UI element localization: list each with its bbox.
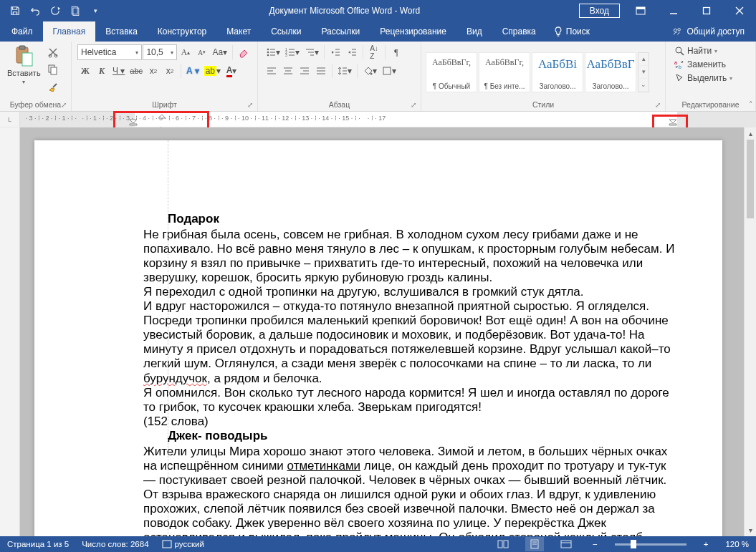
style-nospacing[interactable]: АаБбВвГг,¶ Без инте... (479, 52, 530, 92)
signin-button[interactable]: Вход (579, 4, 620, 18)
align-left-button[interactable] (264, 63, 279, 79)
styles-gallery-scroll[interactable]: ▴▾⌄ (638, 52, 649, 92)
scroll-thumb[interactable] (747, 140, 754, 218)
show-marks-button[interactable]: ¶ (388, 44, 404, 60)
close-icon[interactable] (723, 0, 756, 21)
minimize-icon[interactable] (657, 0, 690, 21)
scroll-up-icon[interactable]: ▴ (745, 127, 756, 140)
sort-button[interactable]: A↓Z (366, 44, 382, 60)
justify-button[interactable] (313, 63, 329, 79)
font-size-combo[interactable]: 10,5▾ (143, 44, 176, 60)
italic-button[interactable]: К (94, 63, 110, 79)
document-page[interactable]: Подарок Не грибная была осень, совсем не… (34, 140, 722, 536)
clipboard-dialog-launcher[interactable]: ⤢ (61, 101, 67, 109)
tab-insert[interactable]: Вставка (95, 21, 148, 42)
change-case-button[interactable]: Aa▾ (211, 44, 229, 60)
status-language[interactable]: русский (162, 540, 204, 548)
qat-dropdown-icon[interactable]: ▾ (86, 2, 105, 19)
tab-help[interactable]: Справка (492, 21, 546, 42)
tab-design[interactable]: Конструктор (148, 21, 216, 42)
numbering-button[interactable]: 123▾ (283, 44, 302, 60)
tab-view[interactable]: Вид (456, 21, 492, 42)
font-dialog-launcher[interactable]: ⤢ (247, 101, 253, 109)
cut-button[interactable] (45, 44, 61, 60)
tab-review[interactable]: Рецензирование (370, 21, 456, 42)
strike-button[interactable]: abc (128, 63, 145, 79)
outdent-icon (330, 47, 340, 57)
paste-button[interactable]: Вставить ▾ (4, 43, 44, 87)
text-effects-button[interactable]: A ▾ (184, 63, 201, 79)
view-read-button[interactable] (494, 537, 512, 551)
align-right-button[interactable] (297, 63, 312, 79)
decrease-indent-button[interactable] (327, 44, 343, 60)
tab-file[interactable]: Файл (1, 21, 43, 42)
tell-me-search[interactable]: Поиск (546, 21, 597, 42)
vertical-scrollbar[interactable]: ▴ ▾ (744, 127, 756, 536)
font-color-button[interactable]: A ▾ (224, 63, 239, 79)
doc-paragraph: Я переходил с одной тропинки на другую, … (143, 285, 679, 299)
collapse-ribbon-icon[interactable]: ˄ (749, 100, 753, 110)
tab-selector[interactable]: L (0, 112, 20, 127)
decrease-font-button[interactable]: A▾ (194, 44, 210, 60)
left-indent-marker[interactable] (129, 119, 138, 126)
format-painter-button[interactable] (45, 79, 61, 95)
clear-format-button[interactable] (236, 44, 252, 60)
tab-references[interactable]: Ссылки (261, 21, 311, 42)
bullets-button[interactable]: ▾ (264, 44, 282, 60)
zoom-out-button[interactable]: − (588, 540, 602, 548)
horizontal-ruler[interactable]: · 3 · ⁞ · 2 · ⁞ · 1 · ⁞ · · ⁞ · 1 · ⁞ · … (20, 112, 756, 127)
copy-button[interactable] (45, 62, 61, 77)
zoom-knob[interactable] (631, 540, 636, 548)
style-normal[interactable]: АаБбВвГг,¶ Обычный (426, 52, 477, 92)
new-doc-icon[interactable] (66, 2, 85, 19)
right-indent-marker[interactable] (669, 119, 677, 126)
view-web-button[interactable] (557, 537, 575, 551)
styles-dialog-launcher[interactable]: ⤢ (655, 101, 661, 109)
document-area: Подарок Не грибная была осень, совсем не… (0, 127, 756, 536)
underline-button[interactable]: Ч ▾ (110, 63, 127, 79)
increase-font-button[interactable]: A▴ (178, 44, 193, 60)
status-page[interactable]: Страница 1 из 5 (7, 540, 69, 548)
font-name-combo[interactable]: Helvetica▾ (77, 44, 142, 60)
select-button[interactable]: Выделить ▾ (671, 72, 735, 84)
subscript-button[interactable]: x2 (145, 63, 161, 79)
borders-button[interactable]: ▾ (380, 63, 398, 79)
increase-indent-button[interactable] (344, 44, 360, 60)
maximize-icon[interactable] (690, 0, 723, 21)
view-print-button[interactable] (525, 537, 544, 551)
style-heading2[interactable]: АаБбВвГЗаголово... (585, 52, 636, 92)
paragraph-dialog-launcher[interactable]: ⤢ (411, 101, 416, 109)
style-heading1[interactable]: АаБбВіЗаголово... (532, 52, 583, 92)
zoom-level[interactable]: 120 % (725, 540, 749, 548)
tab-layout[interactable]: Макет (216, 21, 261, 42)
undo-icon[interactable] (26, 2, 44, 19)
document-scroll[interactable]: Подарок Не грибная была осень, совсем не… (20, 127, 744, 536)
bullets-icon (266, 47, 276, 57)
align-center-button[interactable] (280, 63, 296, 79)
zoom-in-button[interactable]: + (699, 540, 713, 548)
ribbon: Вставить ▾ Буфер обмена⤢ Helvetica▾ 10,5… (0, 42, 756, 112)
ruler-area: L · 3 · ⁞ · 2 · ⁞ · 1 · ⁞ · · ⁞ · 1 · ⁞ … (0, 112, 756, 127)
replace-button[interactable]: abЗаменить (671, 59, 735, 70)
redo-icon[interactable] (46, 2, 64, 19)
ribbon-options-icon[interactable] (624, 0, 657, 21)
zoom-slider[interactable] (615, 543, 686, 546)
superscript-button[interactable]: x2 (162, 63, 178, 79)
tab-home[interactable]: Главная (43, 21, 96, 42)
bold-button[interactable]: Ж (77, 63, 93, 79)
highlight-button[interactable]: ab▾ (202, 63, 223, 79)
tab-mailings[interactable]: Рассылки (311, 21, 370, 42)
line-spacing-button[interactable]: ▾ (335, 63, 354, 79)
shading-button[interactable]: ▾ (360, 63, 379, 79)
share-button[interactable]: Общий доступ (661, 21, 756, 42)
svg-rect-58 (498, 541, 502, 548)
find-button[interactable]: Найти ▾ (671, 45, 735, 57)
first-line-indent-marker[interactable] (158, 113, 166, 119)
status-word-count[interactable]: Число слов: 2684 (82, 540, 148, 548)
save-icon[interactable] (6, 2, 24, 19)
scroll-down-icon[interactable]: ▾ (745, 524, 756, 536)
vertical-ruler[interactable] (0, 127, 20, 536)
ribbon-tabs: Файл Главная Вставка Конструктор Макет С… (0, 21, 756, 42)
font-group-label: Шрифт (152, 100, 177, 109)
multilevel-button[interactable]: ▾ (302, 44, 321, 60)
